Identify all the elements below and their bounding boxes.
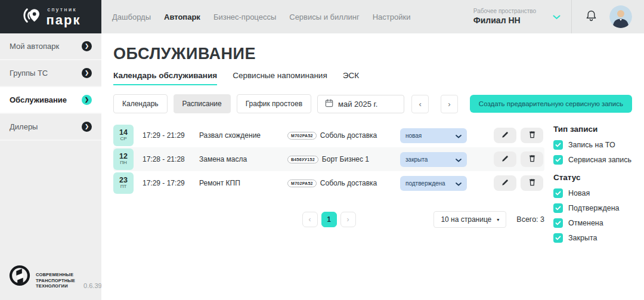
nav-dashboards[interactable]: Дашборды xyxy=(112,13,151,21)
status-dropdown[interactable]: закрыта xyxy=(400,152,467,167)
filter-option-confirmed[interactable]: Подтверждена xyxy=(553,203,632,213)
check-icon xyxy=(555,206,561,211)
nav-business-processes[interactable]: Бизнес-процессы xyxy=(213,13,276,21)
filter-option-to-record[interactable]: Запись на ТО xyxy=(553,140,632,150)
pencil-icon xyxy=(501,155,509,164)
checkbox-checked[interactable] xyxy=(553,140,563,150)
sidebar-item-my-fleet[interactable]: Мой автопарк ❯ xyxy=(0,33,101,60)
view-calendar-button[interactable]: Календарь xyxy=(113,94,168,113)
edit-button[interactable] xyxy=(494,128,516,143)
checkbox-checked[interactable] xyxy=(553,155,563,165)
delete-button[interactable] xyxy=(521,175,543,191)
filter-option-closed[interactable]: Закрыта xyxy=(553,233,632,243)
record-time: 17:29 - 17:29 xyxy=(143,179,199,187)
nav-settings[interactable]: Настройки xyxy=(373,13,411,21)
app-version: 0.6.39 xyxy=(83,282,102,289)
status-filter: Статус Новая Подтверждена xyxy=(553,173,632,243)
workspace-selector[interactable]: Рабочее пространство Филиал НН xyxy=(473,8,571,26)
filters-panel: Тип записи Запись на ТО Сервисная запись… xyxy=(553,123,632,251)
tabs: Календарь обслуживания Сервисные напомин… xyxy=(113,71,632,85)
sidebar: Мой автопарк ❯ Группы ТС ❯ Обслуживание … xyxy=(0,33,101,300)
vehicle-name: Соболь доставка xyxy=(320,179,377,187)
pagination-next-button[interactable]: › xyxy=(340,212,356,227)
record-type-filter: Тип записи Запись на ТО Сервисная запись xyxy=(553,125,632,165)
sidebar-item-maintenance[interactable]: Обслуживание ❯ xyxy=(0,87,101,114)
sputnik-pin-icon xyxy=(21,6,41,27)
month-picker[interactable]: май 2025 г. xyxy=(317,95,404,113)
record-time: 17:28 - 21:28 xyxy=(143,155,199,163)
next-month-button[interactable]: › xyxy=(441,95,458,113)
page-title: ОБСЛУЖИВАНИЕ xyxy=(113,45,632,63)
license-plate-badge: В456УУ152 xyxy=(287,156,318,163)
pagination-right: 10 на странице ▾ Всего: 3 xyxy=(434,211,544,228)
delete-button[interactable] xyxy=(521,128,543,143)
check-icon xyxy=(555,157,561,162)
date-badge: 23 ПТ xyxy=(113,172,134,194)
tab-service-reminders[interactable]: Сервисные напоминания xyxy=(233,71,327,85)
delete-button[interactable] xyxy=(521,151,543,167)
brand-top: спутник xyxy=(48,7,81,13)
user-avatar[interactable] xyxy=(609,5,632,28)
chevron-down-icon xyxy=(456,154,462,165)
chevron-right-circle-icon: ❯ xyxy=(82,122,92,132)
sidebar-item-vehicle-groups[interactable]: Группы ТС ❯ xyxy=(0,60,101,87)
filter-option-new[interactable]: Новая xyxy=(553,188,632,198)
tab-maintenance-calendar[interactable]: Календарь обслуживания xyxy=(113,71,217,85)
prev-month-button[interactable]: ‹ xyxy=(411,95,429,113)
chevron-left-icon: ‹ xyxy=(419,100,422,109)
checkbox-checked[interactable] xyxy=(553,233,563,243)
workspace-value: Филиал НН xyxy=(473,16,536,26)
per-page-dropdown[interactable]: 10 на странице ▾ xyxy=(434,211,506,228)
sidebar-footer: СОВРЕМЕННЫЕ ТРАНСПОРТНЫЕ ТЕХНОЛОГИИ 0.6.… xyxy=(0,256,101,300)
checkbox-checked[interactable] xyxy=(553,188,563,198)
sidebar-item-label: Мой автопарк xyxy=(10,42,59,51)
date-badge: 12 ПН xyxy=(113,149,134,170)
notifications-button[interactable] xyxy=(585,9,597,24)
tab-esk[interactable]: ЭСК xyxy=(343,71,359,85)
pagination-prev-button[interactable]: ‹ xyxy=(302,212,318,227)
chevron-right-icon: › xyxy=(347,215,349,224)
service-record-row: 12 ПН 17:28 - 21:28 Замена масла В456УУ1… xyxy=(113,147,544,171)
create-service-record-button[interactable]: Создать предварительную сервисную запись xyxy=(470,95,632,113)
date-badge: 14 СР xyxy=(113,125,134,146)
status-dropdown[interactable]: новая xyxy=(400,128,467,143)
pagination-page-1[interactable]: 1 xyxy=(321,212,337,227)
check-icon xyxy=(555,236,561,240)
calendar-icon xyxy=(325,99,333,109)
app-logo[interactable]: спутник парк xyxy=(0,0,101,33)
view-schedule-button[interactable]: Расписание xyxy=(174,94,231,113)
checkbox-checked[interactable] xyxy=(553,218,563,228)
service-record-row: 14 СР 17:29 - 21:29 Развал схождение М70… xyxy=(113,123,544,147)
edit-button[interactable] xyxy=(494,175,516,191)
brand-text: спутник парк xyxy=(47,7,81,27)
pencil-icon xyxy=(501,179,509,188)
vehicle-name: Соболь доставка xyxy=(320,131,377,140)
sidebar-item-dealers[interactable]: Дилеры ❯ xyxy=(0,114,101,141)
company-name: СОВРЕМЕННЫЕ ТРАНСПОРТНЫЕ ТЕХНОЛОГИИ xyxy=(36,272,75,289)
filter-option-cancelled[interactable]: Отменена xyxy=(553,218,632,228)
record-vehicle: М702РА52 Соболь доставка xyxy=(287,179,398,187)
main-content: ОБСЛУЖИВАНИЕ Календарь обслуживания Серв… xyxy=(101,33,644,300)
check-icon xyxy=(555,221,561,225)
pagination: ‹ 1 › 10 на странице ▾ Всего: 3 xyxy=(113,211,544,228)
edit-button[interactable] xyxy=(494,151,516,167)
record-service: Замена масла xyxy=(199,155,287,163)
workspace-text: Рабочее пространство Филиал НН xyxy=(473,8,536,26)
check-icon xyxy=(555,191,561,196)
check-icon xyxy=(555,143,561,147)
chevron-right-circle-icon: ❯ xyxy=(82,68,92,78)
filter-option-service-record[interactable]: Сервисная запись xyxy=(553,155,632,165)
workspace-label: Рабочее пространство xyxy=(473,8,536,16)
nav-services-billing[interactable]: Сервисы и биллинг xyxy=(289,13,359,21)
service-record-row: 23 ПТ 17:29 - 17:29 Ремонт КПП М702РА52 … xyxy=(113,171,544,195)
status-dropdown[interactable]: подтверждена xyxy=(400,176,467,191)
sidebar-item-label: Дилеры xyxy=(10,122,38,131)
record-service: Ремонт КПП xyxy=(199,179,287,187)
nav-fleet[interactable]: Автопарк xyxy=(164,13,200,21)
view-downtime-button[interactable]: График простоев xyxy=(237,94,311,113)
trash-icon xyxy=(529,154,535,164)
chevron-down-icon xyxy=(456,178,462,188)
trash-icon xyxy=(529,178,535,188)
checkbox-checked[interactable] xyxy=(553,203,563,213)
record-vehicle: В456УУ152 Борт Бизнес 1 xyxy=(287,155,398,163)
